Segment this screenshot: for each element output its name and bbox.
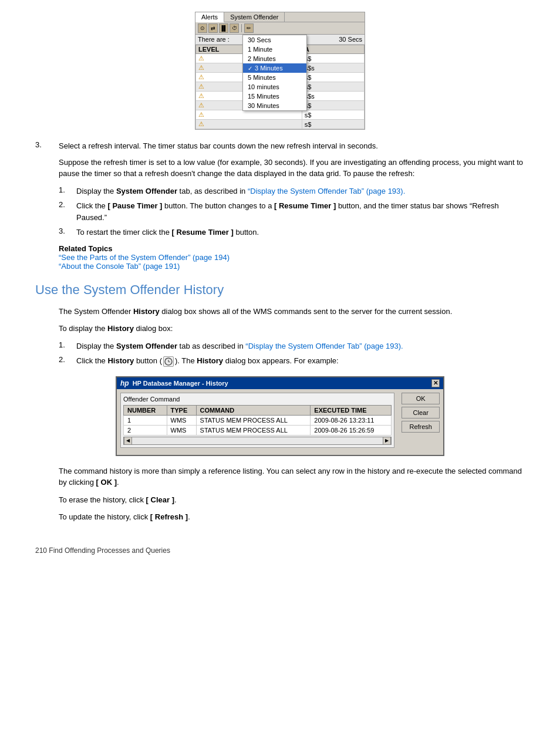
dialog-titlebar: hp HP Database Manager - History ✕ [117,377,443,389]
substep-3-text: To restart the timer click the [ Resume … [76,227,525,238]
panel-toolbar: ⊙ ⇄ ▐▌ ⏱ ✏ [195,22,365,35]
section-substep-1: 1. Display the System Offender tab as de… [59,340,525,352]
icon-timer[interactable]: ⏱ [230,23,239,33]
ok-button[interactable]: OK [402,393,440,404]
after-dialog-para-1: The command history is more than simply … [59,465,525,488]
refresh-dropdown[interactable]: 30 Secs 1 Minute 2 Minutes ✓3 Minutes 5 … [242,35,307,111]
after-dialog-para-2: To erase the history, click [ Clear ]. [59,494,525,506]
row-a: s$ [302,73,364,82]
table-area: LEVEL A ⚠ s$ ⚠ s$s [195,45,365,129]
col-executed-time: EXECUTED TIME [311,405,392,415]
section-substep-1-text: Display the System Offender tab as descr… [76,340,525,352]
alerts-panel: Alerts System Offender ⊙ ⇄ ▐▌ ⏱ ✏ There … [195,12,365,130]
dropdown-item-1min[interactable]: 1 Minute [243,45,306,54]
system-offender-bold-2: System Offender [116,342,177,350]
document-content: 3. Select a refresh interval. The timer … [35,140,525,523]
pause-timer-paragraph: Suppose the refresh timer is set to a lo… [59,157,525,180]
link-display-tab[interactable]: “Display the System Offender Tab” (page … [248,187,405,195]
resume-timer-bold: [ Resume Timer ] [274,201,336,210]
related-link-1[interactable]: “See the Parts of the System Offender” (… [59,253,525,262]
group-label: Offender Command [123,396,392,403]
after-dialog-para-3: To update the history, click [ Refresh ]… [59,511,525,523]
pause-substeps: 1. Display the System Offender tab, as d… [59,185,525,238]
link-display-tab-2[interactable]: “Display the System Offender Tab” (page … [245,342,403,350]
dropdown-item-30min[interactable]: 30 Minutes [243,101,306,110]
substep-2-num: 2. [59,200,76,223]
row1-number: 1 [124,415,167,425]
icon-edit[interactable]: ✏ [244,23,254,33]
substep-1-num: 1. [59,185,76,197]
history-dialog-wrapper: hp HP Database Manager - History ✕ Offen… [35,376,525,456]
history-bold-2: History [107,324,134,333]
row-a: s$ [302,120,364,129]
row2-number: 2 [124,425,167,435]
scroll-right-arrow[interactable]: ▶ [383,437,391,445]
system-offender-bold: System Offender [116,187,177,195]
dialog-titlebar-left: hp HP Database Manager - History [120,379,228,387]
page-footer: 210 Find Offending Processes and Queries [35,546,525,555]
ok-bold: [ OK ] [96,478,117,487]
col-a: A [302,45,364,54]
row1-type: WMS [167,415,196,425]
resume-timer-bold-2: [ Resume Timer ] [172,228,234,237]
substep-1-text: Display the System Offender tab, as desc… [76,185,525,197]
row1-executed: 2009-08-26 13:23:11 [311,415,392,425]
icon-circle[interactable]: ⊙ [198,23,207,33]
dialog-body: Offender Command NUMBER TYPE COMMAND EXE… [117,389,443,455]
substep-3-num: 3. [59,227,76,238]
clear-bold: [ Clear ] [146,495,174,504]
history-row-1[interactable]: 1 WMS STATUS MEM PROCESS ALL 2009-08-26 … [124,415,392,425]
table-row: ⚠ s$ [196,120,365,129]
section-substep-2-text: Click the History button ( ). The Histor… [76,355,525,367]
step-3-text: Select a refresh interval. The timer sta… [59,140,525,152]
dropdown-item-30sec[interactable]: 30 Secs [243,35,306,45]
panel-tabs: Alerts System Offender [195,12,365,22]
dropdown-overlay: There are : 30 Secs LEVEL A [195,35,365,129]
dialog-left: Offender Command NUMBER TYPE COMMAND EXE… [120,393,394,451]
dropdown-item-5min[interactable]: 5 Minutes [243,73,306,82]
clear-button[interactable]: Clear [402,407,440,418]
row1-command: STATUS MEM PROCESS ALL [196,415,311,425]
top-screenshot: Alerts System Offender ⊙ ⇄ ▐▌ ⏱ ✏ There … [35,12,525,130]
section-heading: Use the System Offender History [35,282,525,298]
section-para-1: The System Offender History dialog box s… [59,306,525,318]
history-bold-4: History [197,356,223,365]
row2-type: WMS [167,425,196,435]
horizontal-scrollbar[interactable]: ◀ ▶ [123,437,392,445]
hp-logo: hp [120,379,129,387]
row-a: s$ [302,82,364,92]
section-substep-2-num: 2. [59,355,76,367]
offender-command-group: Offender Command NUMBER TYPE COMMAND EXE… [120,393,394,448]
checkmark-icon: ✓ [248,65,252,72]
scroll-left-arrow[interactable]: ◀ [124,437,132,445]
refresh-button[interactable]: Refresh [402,421,440,433]
col-number: NUMBER [124,405,167,415]
history-row-2[interactable]: 2 WMS STATUS MEM PROCESS ALL 2009-08-26 … [124,425,392,435]
section-substep-1-num: 1. [59,340,76,352]
row-level: ⚠ [196,110,302,120]
related-topics: Related Topics “See the Parts of the Sys… [59,244,525,271]
section-substeps: 1. Display the System Offender tab as de… [59,340,525,367]
substep-2: 2. Click the [ Pause Timer ] button. The… [59,200,525,223]
related-link-2[interactable]: “About the Console Tab” (page 191) [59,262,525,271]
substep-3: 3. To restart the timer click the [ Resu… [59,227,525,238]
dialog-inner: Offender Command NUMBER TYPE COMMAND EXE… [120,393,440,451]
dialog-close-button[interactable]: ✕ [431,379,440,387]
tab-alerts[interactable]: Alerts [195,12,224,22]
scroll-track[interactable] [132,437,383,444]
row-a: s$s [302,92,364,101]
dialog-buttons: OK Clear Refresh [398,393,440,451]
step-3: 3. Select a refresh interval. The timer … [35,140,525,152]
table-row: ⚠ s$ [196,110,365,120]
related-topics-title: Related Topics [59,244,525,253]
dropdown-item-10min[interactable]: 10 minutes [243,82,306,92]
dropdown-item-2min[interactable]: 2 Minutes [243,54,306,63]
icon-bars[interactable]: ▐▌ [219,23,228,33]
tab-system-offender[interactable]: System Offender [224,12,285,22]
history-dialog: hp HP Database Manager - History ✕ Offen… [116,376,444,456]
dropdown-item-3min[interactable]: ✓3 Minutes [243,63,306,73]
section-substep-2: 2. Click the History button ( ). The His… [59,355,525,367]
icon-transfer[interactable]: ⇄ [208,23,218,33]
dropdown-item-15min[interactable]: 15 Minutes [243,92,306,101]
pause-timer-bold: [ Pause Timer ] [107,201,162,210]
